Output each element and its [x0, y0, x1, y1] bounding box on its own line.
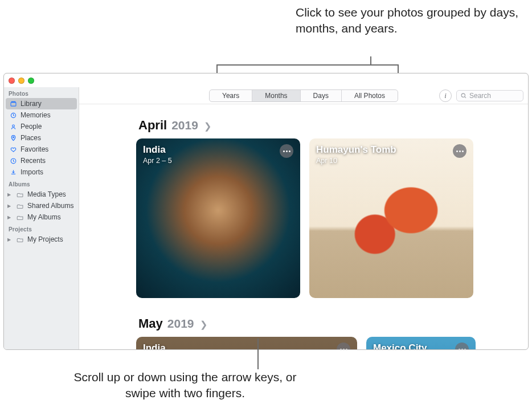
- view-segmented-control: Years Months Days All Photos: [209, 89, 398, 102]
- folder-icon: [17, 202, 24, 210]
- callout-connector-bottom: [257, 339, 259, 369]
- chevron-right-icon: ❯: [200, 319, 207, 330]
- chevron-right-icon: ❯: [204, 121, 211, 132]
- sidebar-item-library[interactable]: Library: [6, 98, 77, 109]
- sidebar-item-recents[interactable]: Recents: [4, 155, 79, 166]
- card-title: India: [143, 342, 182, 349]
- search-icon: [460, 92, 467, 99]
- tab-months[interactable]: Months: [252, 90, 300, 101]
- card-title: India: [143, 144, 172, 156]
- sidebar-item-label: Recents: [21, 157, 46, 165]
- month-card-humayun[interactable]: Humayun's Tomb Apr 10: [309, 138, 473, 298]
- card-title: Humayun's Tomb: [316, 144, 396, 156]
- callout-text-top: Click to see your photos grouped by days…: [296, 5, 532, 37]
- disclosure-chevron-icon: ▶: [7, 192, 12, 197]
- folder-icon: [17, 191, 24, 198]
- card-subtitle: Apr 10: [316, 157, 396, 165]
- callout-connector-top: [216, 56, 399, 74]
- disclosure-chevron-icon: ▶: [7, 215, 12, 220]
- card-more-button[interactable]: [453, 144, 466, 158]
- sidebar-heading-photos: Photos: [4, 87, 79, 98]
- month-card-india-may[interactable]: India May 10 – 11: [136, 337, 357, 349]
- sidebar: Photos Library Memories People: [4, 87, 79, 349]
- fullscreen-window-button[interactable]: [28, 78, 34, 84]
- places-icon: [10, 134, 17, 142]
- sidebar-item-label: Places: [21, 134, 41, 142]
- month-label: May: [138, 316, 163, 331]
- svg-point-5: [461, 93, 465, 97]
- sidebar-item-places[interactable]: Places: [4, 132, 79, 144]
- sidebar-item-shared-albums[interactable]: ▶ Shared Albums: [4, 200, 79, 211]
- info-icon: i: [444, 91, 447, 100]
- sidebar-item-label: Favorites: [21, 145, 48, 153]
- card-more-button[interactable]: [337, 342, 350, 349]
- main-pane: Years Months Days All Photos i Search Ap…: [79, 87, 528, 349]
- folder-icon: [17, 236, 24, 243]
- callout-text-bottom: Scroll up or down using the arrow keys, …: [57, 369, 313, 402]
- card-more-button[interactable]: [280, 144, 293, 158]
- toolbar: Years Months Days All Photos i Search: [79, 87, 528, 104]
- window-titlebar: [4, 74, 528, 87]
- library-icon: [10, 100, 17, 108]
- sidebar-item-my-albums[interactable]: ▶ My Albums: [4, 211, 79, 223]
- memories-icon: [10, 112, 17, 119]
- card-subtitle: Apr 2 – 5: [143, 157, 172, 165]
- favorites-icon: [10, 146, 17, 153]
- sidebar-item-label: Media Types: [27, 190, 66, 198]
- recents-icon: [10, 157, 17, 165]
- year-label: 2019: [171, 119, 198, 132]
- sidebar-item-label: Memories: [21, 111, 51, 119]
- card-title: Mexico City: [373, 342, 427, 349]
- svg-point-2: [13, 125, 15, 127]
- search-placeholder: Search: [469, 92, 491, 100]
- tab-all-photos[interactable]: All Photos: [342, 90, 398, 101]
- tab-years[interactable]: Years: [210, 90, 252, 101]
- sidebar-item-my-projects[interactable]: ▶ My Projects: [4, 234, 79, 245]
- sidebar-heading-projects: Projects: [4, 223, 79, 234]
- info-button[interactable]: i: [439, 89, 452, 102]
- minimize-window-button[interactable]: [18, 78, 24, 84]
- sidebar-item-favorites[interactable]: Favorites: [4, 144, 79, 155]
- sidebar-item-people[interactable]: People: [4, 121, 79, 132]
- close-window-button[interactable]: [9, 78, 15, 84]
- search-field[interactable]: Search: [456, 90, 523, 101]
- people-icon: [10, 123, 17, 131]
- months-grid[interactable]: April 2019 ❯ India Apr 2 – 5: [79, 104, 528, 349]
- sidebar-item-media-types[interactable]: ▶ Media Types: [4, 189, 79, 200]
- sidebar-heading-albums: Albums: [4, 178, 79, 189]
- month-card-india-apr[interactable]: India Apr 2 – 5: [136, 138, 300, 298]
- sidebar-item-imports[interactable]: Imports: [4, 166, 79, 178]
- sidebar-item-label: My Projects: [27, 235, 63, 243]
- sidebar-item-label: My Albums: [27, 213, 61, 221]
- sidebar-item-memories[interactable]: Memories: [4, 109, 79, 121]
- year-label: 2019: [167, 317, 194, 331]
- month-label: April: [138, 118, 167, 133]
- disclosure-chevron-icon: ▶: [7, 237, 12, 242]
- svg-rect-0: [11, 102, 16, 106]
- card-more-button[interactable]: [455, 342, 469, 349]
- month-heading-may[interactable]: May 2019 ❯: [138, 316, 513, 331]
- sidebar-item-label: Library: [21, 100, 42, 108]
- tab-days[interactable]: Days: [301, 90, 342, 101]
- disclosure-chevron-icon: ▶: [7, 203, 12, 209]
- sidebar-item-label: Imports: [21, 168, 43, 176]
- svg-point-3: [13, 136, 14, 137]
- folder-icon: [17, 214, 24, 221]
- month-heading-april[interactable]: April 2019 ❯: [138, 118, 513, 133]
- sidebar-item-label: People: [21, 123, 42, 131]
- sidebar-item-label: Shared Albums: [27, 202, 73, 210]
- photos-app-window: Photos Library Memories People: [3, 73, 529, 350]
- imports-icon: [10, 169, 17, 176]
- month-card-mexico[interactable]: Mexico City Apr 30 – May 1: [366, 337, 476, 349]
